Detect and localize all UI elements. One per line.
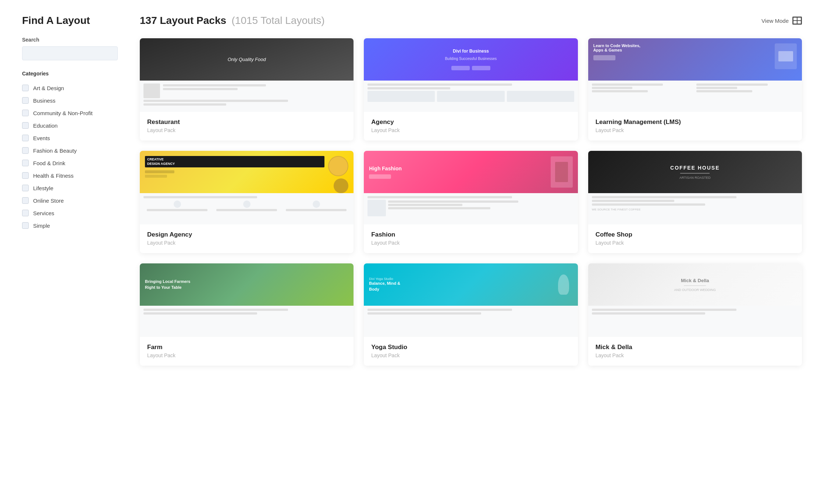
card-type-mick-della: Layout Pack	[596, 352, 795, 358]
layout-grid: Restaurant Layout Pack Divi for Business…	[140, 38, 802, 366]
card-name-design-agency: Design Agency	[147, 231, 346, 238]
category-checkbox-art-design[interactable]	[22, 85, 29, 91]
card-yoga[interactable]: Divi Yoga Studio Balance, Mind &Body Yog…	[364, 263, 578, 366]
category-name-fashion-beauty: Fashion & Beauty	[33, 148, 77, 154]
card-restaurant[interactable]: Restaurant Layout Pack	[140, 38, 354, 141]
card-image-agency: Divi for Business Building Successful Bu…	[364, 38, 578, 112]
card-image-bottom-farm	[140, 306, 354, 337]
design-agency-badge: CREATIVEDESIGN AGENCY	[145, 156, 324, 167]
card-lms[interactable]: Learn to Code Websites,Apps & Games	[588, 38, 802, 141]
sidebar-item-fashion-beauty[interactable]: Fashion & Beauty	[22, 144, 118, 157]
packs-total: (1015 Total Layouts)	[231, 15, 324, 26]
sidebar-item-art-design[interactable]: Art & Design	[22, 82, 118, 94]
card-image-restaurant	[140, 38, 354, 112]
card-type-coffee-shop: Layout Pack	[596, 240, 795, 246]
category-checkbox-events[interactable]	[22, 135, 29, 141]
card-info-fashion: Fashion Layout Pack	[364, 224, 578, 253]
sidebar-item-services[interactable]: Services	[22, 207, 118, 219]
card-type-restaurant: Layout Pack	[147, 127, 346, 133]
search-input[interactable]	[22, 46, 118, 60]
card-type-farm: Layout Pack	[147, 352, 346, 358]
card-agency[interactable]: Divi for Business Building Successful Bu…	[364, 38, 578, 141]
card-image-top-coffee-shop: COFFEE HOUSE ARTISAN ROASTED	[588, 151, 802, 193]
card-image-design-agency: CREATIVEDESIGN AGENCY	[140, 151, 354, 224]
category-checkbox-lifestyle[interactable]	[22, 185, 29, 191]
card-name-coffee-shop: Coffee Shop	[596, 231, 795, 238]
fashion-top-text: High Fashion	[369, 166, 550, 171]
card-info-yoga: Yoga Studio Layout Pack	[364, 337, 578, 366]
view-mode-label: View Mode	[761, 18, 789, 24]
card-image-bottom-coffee-shop: WE SOURCE THE FINEST COFFEE	[588, 193, 802, 224]
category-name-services: Services	[33, 210, 54, 216]
category-checkbox-online-store[interactable]	[22, 197, 29, 204]
sidebar: Find A Layout Search Categories Art & De…	[22, 15, 118, 489]
sidebar-item-events[interactable]: Events	[22, 132, 118, 144]
view-mode-button[interactable]: View Mode	[761, 17, 802, 25]
category-checkbox-food-drink[interactable]	[22, 160, 29, 166]
card-info-restaurant: Restaurant Layout Pack	[140, 112, 354, 141]
category-checkbox-services[interactable]	[22, 210, 29, 216]
card-info-agency: Agency Layout Pack	[364, 112, 578, 141]
category-checkbox-health-fitness[interactable]	[22, 172, 29, 179]
category-checkbox-business[interactable]	[22, 97, 29, 104]
search-label: Search	[22, 37, 118, 43]
packs-title: 137 Layout Packs	[140, 15, 226, 26]
card-image-top-mick-della: Mick & Della AND OUTDOOR WEDDING	[588, 263, 802, 306]
agency-top-sub: Building Successful Businesses	[445, 57, 497, 61]
card-image-top-yoga: Divi Yoga Studio Balance, Mind &Body	[364, 263, 578, 306]
mick-top-text: Mick & Della	[674, 278, 716, 283]
categories-list: Art & Design Business Community & Non-Pr…	[22, 82, 118, 232]
card-name-restaurant: Restaurant	[147, 118, 346, 126]
sidebar-item-community-non-profit[interactable]: Community & Non-Profit	[22, 107, 118, 119]
card-info-coffee-shop: Coffee Shop Layout Pack	[588, 224, 802, 253]
sidebar-item-business[interactable]: Business	[22, 94, 118, 107]
category-checkbox-community-non-profit[interactable]	[22, 110, 29, 116]
category-name-simple: Simple	[33, 223, 50, 229]
view-mode-icon	[792, 17, 802, 25]
card-farm[interactable]: Bringing Local FarmersRight to Your Tabl…	[140, 263, 354, 366]
card-info-design-agency: Design Agency Layout Pack	[140, 224, 354, 253]
card-image-fashion: High Fashion	[364, 151, 578, 224]
category-name-education: Education	[33, 123, 58, 129]
card-image-bottom-lms	[588, 81, 802, 112]
card-image-bottom-design-agency	[140, 193, 354, 224]
category-checkbox-fashion-beauty[interactable]	[22, 147, 29, 154]
category-checkbox-education[interactable]	[22, 122, 29, 129]
lms-top-text: Learn to Code Websites,Apps & Games	[593, 43, 770, 52]
card-fashion[interactable]: High Fashion	[364, 151, 578, 253]
card-type-design-agency: Layout Pack	[147, 240, 346, 246]
sidebar-item-food-drink[interactable]: Food & Drink	[22, 157, 118, 169]
card-image-lms: Learn to Code Websites,Apps & Games	[588, 38, 802, 112]
card-design-agency[interactable]: CREATIVEDESIGN AGENCY	[140, 151, 354, 253]
yoga-top-text: Balance, Mind &Body	[369, 281, 550, 292]
card-name-yoga: Yoga Studio	[371, 344, 570, 351]
coffee-top-text: COFFEE HOUSE	[670, 165, 720, 171]
card-image-bottom-restaurant	[140, 81, 354, 112]
sidebar-title: Find A Layout	[22, 15, 118, 26]
category-name-lifestyle: Lifestyle	[33, 185, 53, 191]
category-name-events: Events	[33, 135, 50, 141]
card-info-lms: Learning Management (LMS) Layout Pack	[588, 112, 802, 141]
card-name-mick-della: Mick & Della	[596, 344, 795, 351]
card-image-mick-della: Mick & Della AND OUTDOOR WEDDING	[588, 263, 802, 337]
card-type-agency: Layout Pack	[371, 127, 570, 133]
card-image-top-agency: Divi for Business Building Successful Bu…	[364, 38, 578, 81]
category-name-business: Business	[33, 97, 56, 104]
sidebar-item-lifestyle[interactable]: Lifestyle	[22, 182, 118, 194]
category-name-food-drink: Food & Drink	[33, 160, 65, 166]
card-image-top-fashion: High Fashion	[364, 151, 578, 193]
card-coffee-shop[interactable]: COFFEE HOUSE ARTISAN ROASTED WE SOURCE T…	[588, 151, 802, 253]
sidebar-item-education[interactable]: Education	[22, 119, 118, 132]
card-mick-della[interactable]: Mick & Della AND OUTDOOR WEDDING Mick & …	[588, 263, 802, 366]
sidebar-item-simple[interactable]: Simple	[22, 219, 118, 232]
card-info-mick-della: Mick & Della Layout Pack	[588, 337, 802, 366]
card-image-farm: Bringing Local FarmersRight to Your Tabl…	[140, 263, 354, 337]
card-type-fashion: Layout Pack	[371, 240, 570, 246]
main-content: 137 Layout Packs (1015 Total Layouts) Vi…	[140, 15, 802, 489]
card-type-yoga: Layout Pack	[371, 352, 570, 358]
category-name-health-fitness: Health & Fitness	[33, 173, 74, 179]
sidebar-item-online-store[interactable]: Online Store	[22, 194, 118, 207]
card-name-lms: Learning Management (LMS)	[596, 118, 795, 126]
sidebar-item-health-fitness[interactable]: Health & Fitness	[22, 169, 118, 182]
category-checkbox-simple[interactable]	[22, 222, 29, 229]
